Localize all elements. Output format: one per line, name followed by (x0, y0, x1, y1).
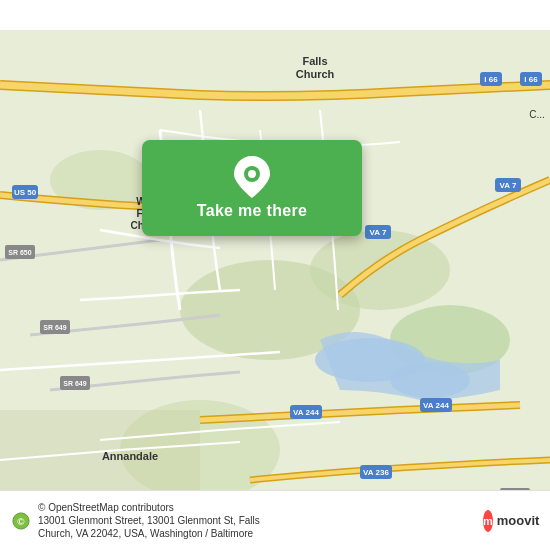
svg-text:I 66: I 66 (524, 75, 538, 84)
svg-text:VA 7: VA 7 (500, 181, 517, 190)
svg-text:Annandale: Annandale (102, 450, 158, 462)
svg-text:SR 649: SR 649 (43, 324, 66, 331)
moovit-icon: m (483, 510, 493, 532)
take-me-there-button[interactable]: Take me there (197, 202, 307, 220)
svg-point-2 (310, 230, 450, 310)
svg-text:©: © (17, 515, 25, 526)
openstreetmap-logo: © (12, 512, 30, 530)
map-pin-icon (234, 156, 270, 192)
svg-text:C...: C... (529, 109, 545, 120)
map-container: I 66 I 66 US 50 VA 7 VA 7 VA 244 VA 244 … (0, 0, 550, 550)
svg-text:Church: Church (296, 68, 335, 80)
svg-text:I 66: I 66 (484, 75, 498, 84)
moovit-text: moovit (497, 513, 540, 528)
svg-point-42 (248, 170, 256, 178)
map-background: I 66 I 66 US 50 VA 7 VA 7 VA 244 VA 244 … (0, 0, 550, 550)
svg-text:Falls: Falls (302, 55, 327, 67)
svg-text:SR 650: SR 650 (8, 249, 31, 256)
svg-text:VA 244: VA 244 (293, 408, 319, 417)
address-text: 13001 Glenmont Street, 13001 Glenmont St… (38, 515, 260, 526)
take-me-there-popup[interactable]: Take me there (142, 140, 362, 236)
svg-text:VA 244: VA 244 (423, 401, 449, 410)
moovit-logo: m moovit (483, 507, 538, 535)
address-text-2: Church, VA 22042, USA, Washington / Balt… (38, 528, 253, 539)
svg-text:VA 236: VA 236 (363, 468, 389, 477)
address-attribution-text: © OpenStreetMap contributors 13001 Glenm… (38, 501, 475, 540)
bottom-bar: © © OpenStreetMap contributors 13001 Gle… (0, 490, 550, 550)
svg-text:VA 7: VA 7 (370, 228, 387, 237)
svg-text:SR 649: SR 649 (63, 380, 86, 387)
svg-text:US 50: US 50 (14, 188, 37, 197)
attribution-text: © OpenStreetMap contributors (38, 502, 174, 513)
